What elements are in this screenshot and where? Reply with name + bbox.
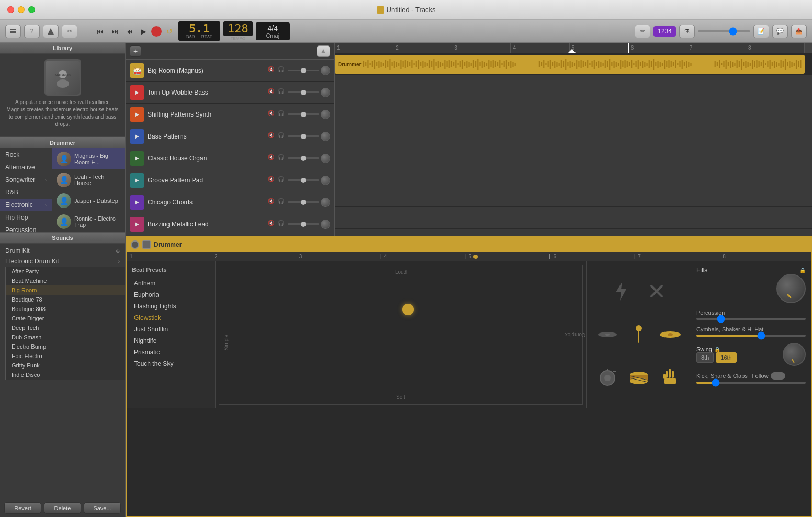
preset-big-room[interactable]: Big Room xyxy=(6,285,125,295)
genre-item-percussion[interactable]: Percussion xyxy=(0,224,52,232)
swing-lock-icon[interactable]: 🔒 xyxy=(714,347,720,352)
track-mute-btn-0[interactable]: 🔇 xyxy=(268,66,276,75)
note-16th-button[interactable]: 16th xyxy=(716,352,736,363)
note-pad-button[interactable]: 📝 xyxy=(753,25,769,38)
preset-electro-bump[interactable]: Electro Bump xyxy=(6,342,125,351)
snare-icon[interactable] xyxy=(627,366,650,389)
preset-deep-tech[interactable]: Deep Tech xyxy=(6,323,125,332)
track-row-1[interactable]: ▶ Torn Up Wobble Bass 🔇 🎧 xyxy=(126,82,334,104)
preset-boutique-808[interactable]: Boutique 808 xyxy=(6,304,125,314)
arrangement-row-3[interactable] xyxy=(335,119,812,141)
fills-lock-icon[interactable]: 🔒 xyxy=(799,268,806,273)
preset-euphoria[interactable]: Euphoria xyxy=(127,289,215,301)
fullscreen-button[interactable] xyxy=(28,6,35,13)
arrangement-row-2[interactable] xyxy=(335,97,812,119)
track-knob-6[interactable] xyxy=(321,198,330,207)
cymbal-left-icon[interactable] xyxy=(596,323,619,346)
share-button[interactable]: 📤 xyxy=(791,25,807,38)
track-fader-7[interactable] xyxy=(288,223,319,225)
track-mute-btn-2[interactable]: 🔇 xyxy=(268,110,276,119)
preset-dub-smash[interactable]: Dub Smash xyxy=(6,332,125,342)
preset-after-party[interactable]: After Party xyxy=(6,267,125,276)
close-button[interactable] xyxy=(7,6,14,13)
track-headphones-btn-2[interactable]: 🎧 xyxy=(278,110,286,119)
tempo-display[interactable]: 128 xyxy=(223,21,253,36)
rewind-button[interactable]: ⏮ xyxy=(94,26,107,37)
cycle-button[interactable]: ↺ xyxy=(164,26,175,37)
arrangement-row-5[interactable] xyxy=(335,163,812,185)
track-row-drummer[interactable]: 🥁 Big Room (Magnus) 🔇 🎧 xyxy=(126,60,334,82)
track-row-2[interactable]: ▶ Shifting Patterns Synth 🔇 🎧 xyxy=(126,104,334,125)
track-fader-2[interactable] xyxy=(288,113,319,115)
track-knob-4[interactable] xyxy=(321,154,330,163)
track-headphones-btn-3[interactable]: 🎧 xyxy=(278,132,286,141)
preset-touch-the-sky[interactable]: Touch the Sky xyxy=(127,358,215,370)
drum-pad-grid[interactable]: Loud Soft Simple Complex xyxy=(219,265,583,405)
track-mute-btn-6[interactable]: 🔇 xyxy=(268,198,276,206)
preset-gritty-funk[interactable]: Gritty Funk xyxy=(6,361,125,370)
preset-anthem[interactable]: Anthem xyxy=(127,278,215,289)
preset-flashing-lights[interactable]: Flashing Lights xyxy=(127,301,215,312)
smart-controls-button[interactable] xyxy=(5,25,21,38)
preset-crate-digger[interactable]: Crate Digger xyxy=(6,314,125,323)
metronome-button[interactable] xyxy=(43,25,59,38)
percussion-slider[interactable] xyxy=(696,318,806,320)
track-mute-btn-5[interactable]: 🔇 xyxy=(268,176,276,185)
fills-knob[interactable] xyxy=(776,274,806,303)
note-8th-button[interactable]: 8th xyxy=(696,352,714,363)
track-mute-btn-4[interactable]: 🔇 xyxy=(268,154,276,163)
delete-button[interactable]: Delete xyxy=(44,502,81,514)
track-fader-1[interactable] xyxy=(288,91,319,93)
track-knob-5[interactable] xyxy=(321,176,330,185)
track-knob-3[interactable] xyxy=(321,132,330,141)
help-button[interactable]: ? xyxy=(24,25,40,38)
master-volume-slider[interactable] xyxy=(698,30,750,32)
preset-beat-machine[interactable]: Beat Machine xyxy=(6,276,125,285)
hand-icon[interactable] xyxy=(659,366,682,389)
genre-item-alternative[interactable]: Alternative xyxy=(0,161,52,174)
track-headphones-btn-4[interactable]: 🎧 xyxy=(278,154,286,163)
alchemy-button[interactable]: ⚗ xyxy=(679,25,695,38)
arrangement-row-drummer[interactable]: Drummer xyxy=(335,53,812,75)
go-to-start-button[interactable]: ⏮ xyxy=(123,26,136,37)
track-fader-5[interactable] xyxy=(288,179,319,181)
track-knob-0[interactable] xyxy=(321,66,330,75)
track-options-button[interactable] xyxy=(317,45,330,57)
preset-epic-electro[interactable]: Epic Electro xyxy=(6,351,125,361)
arrangement-row-1[interactable] xyxy=(335,75,812,97)
time-signature-display[interactable]: 4/4 Cmaj xyxy=(256,22,290,40)
track-row-4[interactable]: ▶ Classic House Organ 🔇 🎧 xyxy=(126,147,334,169)
arrangement-row-4[interactable] xyxy=(335,141,812,163)
track-fader-4[interactable] xyxy=(288,157,319,159)
drumstick-icon[interactable] xyxy=(627,323,650,346)
record-button[interactable] xyxy=(151,26,162,37)
revert-button[interactable]: Revert xyxy=(4,502,41,514)
track-knob-2[interactable] xyxy=(321,110,330,119)
genre-item-electronic[interactable]: Electronic › xyxy=(0,199,52,211)
genre-item-songwriter[interactable]: Songwriter › xyxy=(0,174,52,186)
add-track-button[interactable]: + xyxy=(130,45,141,57)
minimize-button[interactable] xyxy=(18,6,25,13)
track-row-7[interactable]: ▶ Buzzing Metallic Lead 🔇 🎧 xyxy=(126,213,334,235)
save-button[interactable]: Save... xyxy=(84,502,121,514)
cymbals-slider[interactable] xyxy=(696,335,806,337)
drummer-item-ronnie[interactable]: 👤 Ronnie - Electro Trap xyxy=(52,211,125,232)
track-row-6[interactable]: ▶ Chicago Chords 🔇 🎧 xyxy=(126,191,334,213)
drummer-item-jasper[interactable]: 👤 Jasper - Dubstep xyxy=(52,190,125,211)
sounds-item-drumkit[interactable]: Drum Kit ⊕ xyxy=(0,246,125,256)
track-mute-btn-3[interactable]: 🔇 xyxy=(268,132,276,141)
chat-button[interactable]: 💬 xyxy=(772,25,788,38)
genre-item-rnb[interactable]: R&B xyxy=(0,186,52,199)
play-button[interactable]: ▶ xyxy=(138,26,149,37)
track-fader-0[interactable] xyxy=(288,70,319,71)
track-mute-btn-7[interactable]: 🔇 xyxy=(268,220,276,228)
track-row-5[interactable]: ▶ Groove Pattern Pad 🔇 🎧 xyxy=(126,169,334,191)
track-headphones-btn-7[interactable]: 🎧 xyxy=(278,220,286,228)
count-in-button[interactable]: ✂ xyxy=(62,25,77,38)
fast-forward-button[interactable]: ⏭ xyxy=(109,26,121,37)
cross-icon[interactable] xyxy=(645,280,668,303)
editor-view-icon[interactable] xyxy=(142,240,151,249)
preset-glowstick[interactable]: Glowstick xyxy=(127,312,215,324)
swing-knob[interactable] xyxy=(783,343,806,366)
lightning-icon[interactable] xyxy=(610,280,633,303)
